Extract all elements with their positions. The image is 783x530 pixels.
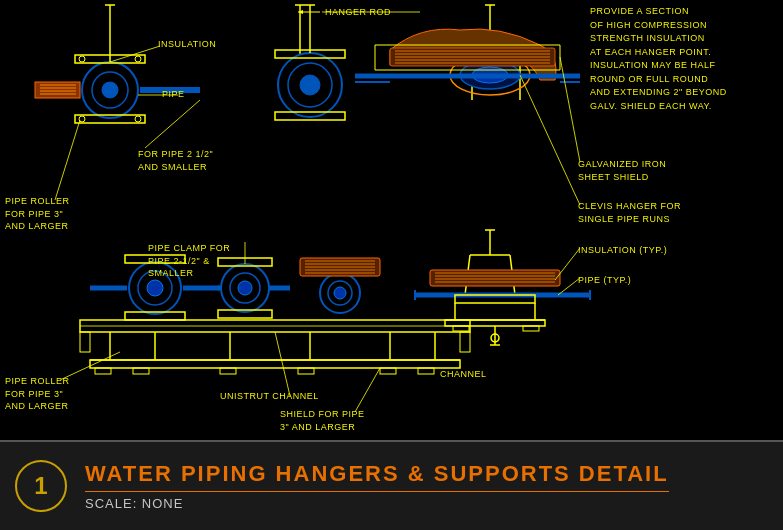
shield-pipe-label: SHIELD FOR PIPE3" AND LARGER: [280, 408, 365, 433]
pipe-top-label: PIPE: [162, 88, 185, 101]
channel-label: CHANNEL: [440, 368, 487, 381]
drawing-number: 1: [34, 472, 47, 500]
galvanized-label: GALVANIZED IRONSHEET SHIELD: [578, 158, 666, 183]
pipe-roller-top-label: PIPE ROLLERFOR PIPE 3"AND LARGER: [5, 195, 70, 233]
svg-point-87: [334, 287, 346, 299]
insulation-typ-label: INSULATION (TYP.): [578, 244, 667, 257]
clevis-label: CLEVIS HANGER FORSINGLE PIPE RUNS: [578, 200, 681, 225]
pipe-clamp-label: PIPE CLAMP FORPIPE 2-1/2" &SMALLER: [148, 242, 230, 280]
title-block: 1 WATER PIPING HANGERS & SUPPORTS DETAIL…: [0, 440, 783, 530]
insulation-top-label: INSULATION: [158, 38, 216, 51]
svg-point-73: [147, 280, 163, 296]
for-pipe-label: FOR PIPE 2 1/2"AND SMALLER: [138, 148, 213, 173]
main-canvas: HANGER ROD INSULATION PIPE FOR PIPE 2 1/…: [0, 0, 783, 530]
svg-point-25: [300, 75, 320, 95]
drawing-number-circle: 1: [15, 460, 67, 512]
svg-rect-99: [430, 270, 560, 286]
drawing-title: WATER PIPING HANGERS & SUPPORTS DETAIL: [85, 461, 669, 492]
compression-note-label: PROVIDE A SECTIONOF HIGH COMPRESSIONSTRE…: [590, 5, 727, 113]
svg-rect-18: [35, 82, 80, 98]
drawing-area: HANGER ROD INSULATION PIPE FOR PIPE 2 1/…: [0, 0, 783, 440]
unistrut-channel-label: UNISTRUT CHANNEL: [220, 390, 319, 403]
hanger-rod-label: HANGER ROD: [325, 6, 391, 19]
pipe-typ-label: PIPE (TYP.): [578, 274, 631, 287]
svg-point-7: [102, 82, 118, 98]
pipe-roller-bottom-label: PIPE ROLLERFOR PIPE 3"AND LARGER: [5, 375, 70, 413]
drawing-scale: SCALE: NONE: [85, 496, 669, 511]
svg-point-80: [238, 281, 252, 295]
title-text-container: WATER PIPING HANGERS & SUPPORTS DETAIL S…: [85, 461, 669, 511]
